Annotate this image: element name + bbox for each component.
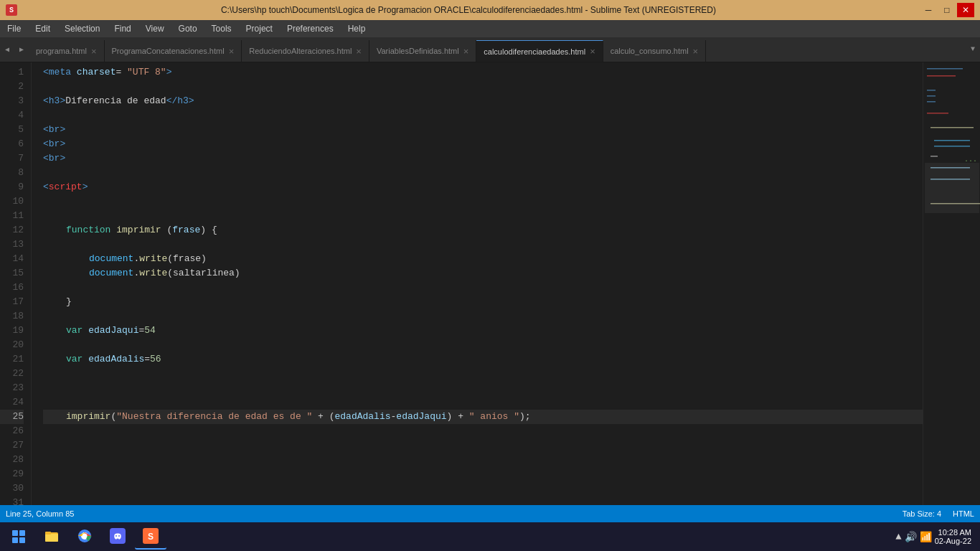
- menu-project[interactable]: Project: [239, 20, 280, 37]
- code-line-15: document.write(saltarlinea): [43, 266, 923, 281]
- svg-rect-4: [927, 101, 936, 103]
- tab-scroll-right[interactable]: ▶: [14, 37, 29, 62]
- code-line-2: [43, 80, 923, 94]
- app-icon: S: [6, 4, 17, 16]
- tab-scroll-left[interactable]: ◀: [0, 37, 14, 62]
- svg-rect-5: [927, 113, 948, 114]
- svg-point-21: [116, 535, 117, 537]
- code-line-10: [43, 194, 923, 209]
- code-line-9: <script>: [43, 180, 923, 194]
- tab-close-icon[interactable]: ×: [91, 47, 97, 56]
- menu-view[interactable]: View: [138, 20, 171, 37]
- svg-rect-3: [927, 95, 936, 97]
- code-line-23: [43, 381, 923, 395]
- code-line-30: [43, 481, 923, 496]
- code-area[interactable]: <meta charset= "UTF 8"> <h3>Diferencia d…: [32, 62, 923, 505]
- titlebar-controls: ─ □ ✕: [920, 3, 974, 17]
- tab-variables[interactable]: VariablesDefinidas.html ×: [369, 40, 476, 62]
- tab-close-icon[interactable]: ×: [356, 47, 362, 56]
- menu-goto[interactable]: Goto: [171, 20, 204, 37]
- code-line-21: var edadAdalis=56: [43, 352, 923, 367]
- tab-calculo-consumo[interactable]: calculo_consumo.html ×: [603, 40, 706, 62]
- code-line-19: var edadJaqui=54: [43, 324, 923, 338]
- menubar: File Edit Selection Find View Goto Tools…: [0, 20, 980, 37]
- titlebar-title: C:\Users\hp touch\Documents\Logica de Pr…: [221, 5, 716, 15]
- tab-programa[interactable]: programa.html ×: [29, 40, 105, 62]
- code-line-12: function imprimir (frase) {: [43, 223, 923, 237]
- tab-label: calculodiferenciaedades.html: [484, 47, 585, 56]
- file-explorer-icon: [44, 528, 60, 544]
- code-line-8: [43, 166, 923, 180]
- clock-date: 02-Aug-22: [935, 537, 971, 545]
- menu-selection[interactable]: Selection: [57, 20, 107, 37]
- tab-overflow-button[interactable]: ▼: [966, 37, 980, 62]
- svg-point-19: [83, 534, 88, 539]
- titlebar: S C:\Users\hp touch\Documents\Logica de …: [0, 0, 980, 20]
- statusbar: Line 25, Column 85 Tab Size: 4 HTML: [0, 505, 980, 522]
- taskbar-sublime[interactable]: S: [135, 524, 166, 550]
- menu-find[interactable]: Find: [107, 20, 138, 37]
- svg-rect-1: [927, 75, 956, 77]
- svg-rect-2: [927, 90, 936, 91]
- tab-label: VariablesDefinidas.html: [377, 47, 459, 55]
- windows-logo: [12, 530, 25, 543]
- minimize-button[interactable]: ─: [920, 3, 937, 17]
- code-line-6: <br>: [43, 137, 923, 151]
- taskbar: S ▲ 🔊 📶 10:28 AM 02-Aug-22: [0, 522, 980, 551]
- code-line-22: [43, 367, 923, 381]
- clock-time: 10:28 AM: [935, 528, 971, 537]
- start-button[interactable]: [3, 522, 34, 551]
- menu-edit[interactable]: Edit: [28, 20, 57, 37]
- taskbar-chrome[interactable]: [69, 524, 100, 550]
- signal-icon: 📶: [920, 531, 932, 543]
- sublime-icon: S: [143, 528, 159, 544]
- status-tab-size[interactable]: Tab Size: 4: [903, 509, 941, 518]
- svg-point-22: [118, 535, 120, 537]
- code-line-24: [43, 395, 923, 410]
- tab-close-icon[interactable]: ×: [229, 47, 235, 56]
- chrome-icon: [77, 528, 93, 544]
- menu-tools[interactable]: Tools: [204, 20, 239, 37]
- svg-rect-13: [925, 163, 979, 213]
- tab-close-icon[interactable]: ×: [693, 47, 699, 56]
- maximize-button[interactable]: □: [938, 3, 956, 17]
- tabbar: ◀ ▶ programa.html × ProgramaConcatenacio…: [0, 37, 980, 62]
- editor: 12345 678910 1112131415 1617181920 21222…: [0, 62, 980, 505]
- code-line-13: [43, 237, 923, 252]
- close-button[interactable]: ✕: [957, 3, 974, 17]
- minimap-dots: ...: [964, 62, 977, 164]
- code-line-18: [43, 309, 923, 324]
- tab-label: calculo_consumo.html: [611, 47, 689, 55]
- svg-rect-0: [927, 68, 963, 70]
- taskbar-file-explorer[interactable]: [36, 524, 67, 550]
- speaker-icon: 🔊: [905, 531, 917, 543]
- code-line-7: <br>: [43, 151, 923, 166]
- menu-preferences[interactable]: Preferences: [280, 20, 341, 37]
- menu-file[interactable]: File: [0, 20, 28, 37]
- tab-reduciendo[interactable]: ReduciendoAlteraciones.html ×: [242, 40, 369, 62]
- code-line-3: <h3>Diferencia de edad</h3>: [43, 94, 923, 108]
- tab-label: programa.html: [36, 47, 87, 55]
- code-line-1: <meta charset= "UTF 8">: [43, 65, 923, 80]
- tab-close-icon[interactable]: ×: [590, 47, 595, 56]
- code-line-29: [43, 467, 923, 481]
- code-line-25: imprimir("Nuestra diferencia de edad es …: [43, 410, 923, 424]
- taskbar-discord[interactable]: [102, 524, 133, 550]
- tab-calculo-diferencia[interactable]: calculodiferenciaedades.html ×: [476, 40, 603, 62]
- code-line-20: [43, 338, 923, 352]
- tab-concatenaciones[interactable]: ProgramaConcatenaciones.html ×: [105, 40, 242, 62]
- tab-label: ProgramaConcatenaciones.html: [112, 47, 225, 55]
- svg-rect-9: [930, 156, 938, 157]
- tab-close-icon[interactable]: ×: [463, 47, 469, 56]
- clock[interactable]: 10:28 AM 02-Aug-22: [935, 528, 971, 545]
- status-syntax[interactable]: HTML: [953, 509, 974, 518]
- code-line-26: [43, 424, 923, 438]
- status-position[interactable]: Line 25, Column 85: [6, 509, 74, 518]
- svg-text:S: S: [148, 532, 154, 542]
- statusbar-right: Tab Size: 4 HTML: [903, 509, 974, 518]
- svg-rect-16: [45, 532, 51, 534]
- menu-help[interactable]: Help: [341, 20, 373, 37]
- discord-icon: [110, 528, 126, 544]
- code-line-17: }: [43, 295, 923, 309]
- code-line-14: document.write(frase): [43, 252, 923, 266]
